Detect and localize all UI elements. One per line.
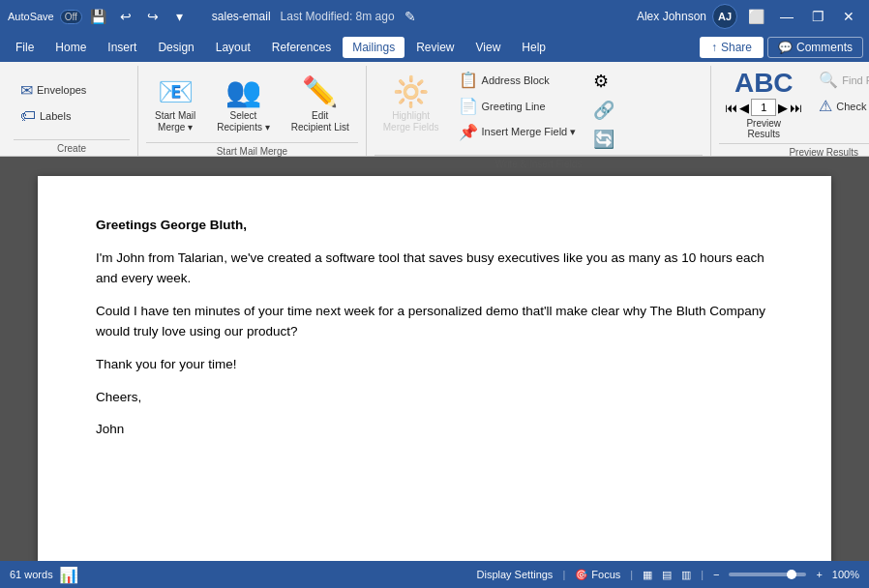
envelopes-button[interactable]: ✉ Envelopes <box>14 78 130 103</box>
select-recipients-label: SelectRecipients ▾ <box>217 110 269 133</box>
edit-recipient-list-icon: ✏️ <box>302 74 338 108</box>
menu-layout[interactable]: Layout <box>206 37 260 58</box>
doc-line-6: John <box>96 419 773 440</box>
status-bar-right: Display Settings | 🎯 Focus | ▦ ▤ ▥ | − +… <box>477 569 860 581</box>
customize-icon[interactable]: ▾ <box>169 6 191 27</box>
edit-indicator: ✎ <box>405 9 416 24</box>
close-icon[interactable]: ✕ <box>836 4 861 29</box>
undo-icon[interactable]: ↩ <box>115 6 136 27</box>
nav-prev-icon[interactable]: ◀ <box>739 101 749 115</box>
write-insert-group-label: Write & Insert Fields <box>375 155 704 171</box>
autosave-label: AutoSave <box>8 11 54 22</box>
share-button[interactable]: ↑ Share <box>700 37 764 58</box>
menu-insert[interactable]: Insert <box>98 37 146 58</box>
view-mode-2-icon[interactable]: ▤ <box>662 569 672 581</box>
filename: sales-email <box>212 10 271 23</box>
update-labels-button[interactable]: 🔄 <box>586 126 703 153</box>
labels-icon: 🏷 <box>20 107 36 125</box>
labels-label: Labels <box>40 110 71 122</box>
menu-review[interactable]: Review <box>406 37 464 58</box>
start-mail-merge-button[interactable]: 📧 Start MailMerge ▾ <box>146 68 204 140</box>
highlight-merge-fields-icon: 🔆 <box>393 74 429 108</box>
check-for-errors-button[interactable]: ⚠ Check for Errors <box>812 94 869 118</box>
document-page[interactable]: Greetings George Bluth, I'm John from Ta… <box>38 176 831 561</box>
nav-last-icon[interactable]: ⏭ <box>790 101 802 115</box>
rules-icon: ⚙ <box>593 71 609 92</box>
status-bar: 61 words 📊 Display Settings | 🎯 Focus | … <box>0 561 869 588</box>
doc-line-4: Thank you for your time! <box>96 354 773 375</box>
select-recipients-button[interactable]: 👥 SelectRecipients ▾ <box>208 68 278 140</box>
address-block-button[interactable]: 📋 Address Block <box>452 68 584 92</box>
share-label: Share <box>721 41 752 54</box>
ribbon-group-start-mail-merge: 📧 Start MailMerge ▾ 👥 SelectRecipients ▾… <box>138 66 367 156</box>
username: Alex Johnson <box>637 10 706 23</box>
preview-content: ABC ⏮ ◀ ▶ ⏭ PreviewResults 🔍 Find Recipi… <box>719 68 869 141</box>
edit-recipient-list-button[interactable]: ✏️ EditRecipient List <box>283 68 358 140</box>
labels-button[interactable]: 🏷 Labels <box>14 104 130 128</box>
insert-merge-field-button[interactable]: 📌 Insert Merge Field ▾ <box>452 120 584 144</box>
nav-next-icon[interactable]: ▶ <box>778 101 788 115</box>
restore-icon[interactable]: ❐ <box>805 4 830 29</box>
menu-view[interactable]: View <box>466 37 511 58</box>
envelopes-label: Envelopes <box>37 84 86 96</box>
rules-button[interactable]: ⚙ <box>586 68 703 95</box>
insert-merge-field-label: Insert Merge Field ▾ <box>482 126 577 138</box>
focus-icon: 🎯 <box>575 569 588 580</box>
doc-line-2: I'm John from Talarian, we've created a … <box>96 248 773 289</box>
zoom-thumb[interactable] <box>787 570 796 579</box>
ribbon: ✉ Envelopes 🏷 Labels Create 📧 Start Mail… <box>0 62 869 157</box>
create-group-label: Create <box>14 139 130 156</box>
save-icon[interactable]: 💾 <box>88 6 109 27</box>
menu-mailings[interactable]: Mailings <box>343 37 405 58</box>
zoom-level: 100% <box>832 569 859 580</box>
zoom-slider[interactable] <box>729 573 806 576</box>
insert-fields-stack: 📋 Address Block 📄 Greeting Line 📌 Insert… <box>452 68 584 144</box>
zoom-in-icon[interactable]: + <box>816 569 822 580</box>
menu-file[interactable]: File <box>6 37 44 58</box>
doc-line-1: Greetings George Bluth, <box>96 215 773 236</box>
edit-recipient-list-label: EditRecipient List <box>291 110 349 133</box>
autosave-toggle[interactable]: Off <box>60 10 82 24</box>
redo-icon[interactable]: ↪ <box>142 6 164 27</box>
preview-results-section: ABC ⏮ ◀ ▶ ⏭ PreviewResults <box>719 68 808 141</box>
ribbon-group-preview: ABC ⏮ ◀ ▶ ⏭ PreviewResults 🔍 Find Recipi… <box>711 66 869 156</box>
ribbon-display-options-icon[interactable]: ⬜ <box>743 4 768 29</box>
view-mode-1-icon[interactable]: ▦ <box>643 569 652 581</box>
zoom-out-icon[interactable]: − <box>713 569 719 580</box>
menu-home[interactable]: Home <box>45 37 96 58</box>
menu-help[interactable]: Help <box>512 37 555 58</box>
title-bar-right: Alex Johnson AJ ⬜ — ❐ ✕ <box>434 4 861 29</box>
start-mail-merge-icon: 📧 <box>158 74 194 108</box>
last-modified: Last Modified: 8m ago <box>281 10 395 23</box>
minimize-icon[interactable]: — <box>774 4 799 29</box>
ribbon-group-write-insert: 🔆 HighlightMerge Fields 📋 Address Block … <box>367 66 712 156</box>
nav-page-input[interactable] <box>751 99 776 116</box>
menu-references[interactable]: References <box>262 37 341 58</box>
ribbon-group-create: ✉ Envelopes 🏷 Labels Create <box>6 66 138 156</box>
document-area: Greetings George Bluth, I'm John from Ta… <box>0 157 869 561</box>
match-fields-button[interactable]: 🔗 <box>586 97 703 124</box>
start-mail-merge-content: 📧 Start MailMerge ▾ 👥 SelectRecipients ▾… <box>146 68 358 140</box>
right-fields-stack: ⚙ 🔗 🔄 <box>586 68 703 153</box>
preview-nav-row: ⏮ ◀ ▶ ⏭ <box>725 99 802 116</box>
word-count-icon[interactable]: 📊 <box>59 566 78 584</box>
envelopes-icon: ✉ <box>20 81 33 100</box>
find-recipient-label: Find Recipient <box>842 74 869 86</box>
greeting-line-icon: 📄 <box>459 97 478 115</box>
view-mode-3-icon[interactable]: ▥ <box>681 569 691 581</box>
nav-first-icon[interactable]: ⏮ <box>725 101 737 115</box>
display-settings-button[interactable]: Display Settings <box>477 569 554 580</box>
address-block-icon: 📋 <box>459 71 478 89</box>
create-content: ✉ Envelopes 🏷 Labels <box>14 68 130 137</box>
word-count: 61 words <box>10 569 53 580</box>
user-avatar[interactable]: AJ <box>712 4 737 29</box>
preview-abc: ABC <box>734 70 794 97</box>
doc-line-3: Could I have ten minutes of your time ne… <box>96 301 773 342</box>
find-recipient-button[interactable]: 🔍 Find Recipient <box>812 68 869 92</box>
start-mail-merge-group-label: Start Mail Merge <box>146 142 358 159</box>
menu-design[interactable]: Design <box>148 37 203 58</box>
greeting-line-button[interactable]: 📄 Greeting Line <box>452 94 584 118</box>
share-icon: ↑ <box>711 41 717 54</box>
comments-button[interactable]: 💬 Comments <box>767 37 863 58</box>
focus-button[interactable]: 🎯 Focus <box>575 569 620 581</box>
